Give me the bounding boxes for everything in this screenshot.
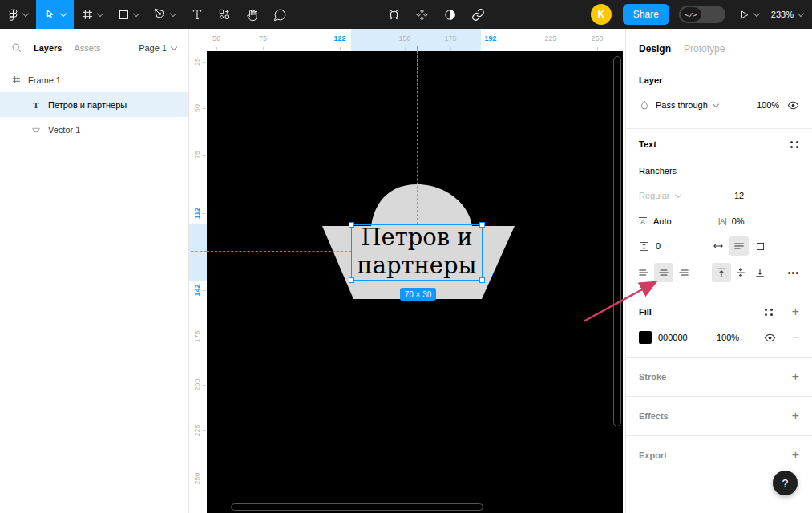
frame-tool-button[interactable] bbox=[74, 0, 111, 29]
fill-styles-icon[interactable] bbox=[765, 309, 774, 316]
line-height-input[interactable]: Auto bbox=[653, 216, 672, 226]
add-stroke-button[interactable]: + bbox=[792, 370, 799, 383]
text-align-middle-button[interactable] bbox=[731, 263, 750, 282]
component-assets-button[interactable] bbox=[408, 0, 436, 29]
chevron-down-icon bbox=[753, 11, 760, 18]
eye-icon[interactable] bbox=[787, 99, 799, 111]
resize-auto-height-button[interactable] bbox=[729, 236, 749, 256]
toolbar: K Share </> 233% bbox=[0, 0, 812, 29]
text-icon bbox=[191, 8, 204, 21]
font-family-select[interactable]: Ranchers bbox=[639, 166, 677, 176]
ruler-tick bbox=[203, 385, 206, 386]
fill-opacity-input[interactable]: 100% bbox=[717, 333, 739, 342]
tab-assets[interactable]: Assets bbox=[74, 43, 100, 53]
ruler-tick bbox=[405, 47, 406, 50]
hand-tool-button[interactable] bbox=[238, 0, 266, 29]
remove-fill-button[interactable]: − bbox=[792, 331, 799, 344]
fill-section-title: Fill + bbox=[639, 305, 799, 319]
ruler-tick bbox=[551, 47, 551, 50]
comment-tool-button[interactable] bbox=[266, 0, 294, 29]
layer-row-vector-1[interactable]: Vector 1 bbox=[0, 117, 188, 142]
vertical-scrollbar[interactable] bbox=[613, 56, 621, 426]
page-selector[interactable]: Page 1 bbox=[139, 43, 177, 53]
divider bbox=[626, 396, 812, 397]
text-align-right-button[interactable] bbox=[674, 263, 693, 282]
frame-1-canvas[interactable]: Петров и партнеры 70 × 30 bbox=[207, 51, 623, 513]
resize-auto-width-button[interactable] bbox=[709, 236, 728, 256]
shape-tool-button[interactable] bbox=[111, 0, 147, 29]
resources-icon bbox=[218, 8, 231, 21]
ruler-left: 255075112142175200225250 bbox=[189, 51, 207, 513]
selection-handle-ne[interactable] bbox=[479, 222, 485, 228]
layer-opacity-input[interactable]: 100% bbox=[757, 100, 779, 110]
line-height-icon: A bbox=[639, 217, 647, 226]
canvas-area[interactable]: Петров и партнеры 70 × 30 50751221501751… bbox=[189, 29, 625, 513]
font-weight-select[interactable]: Regular bbox=[639, 191, 670, 200]
zoom-menu[interactable]: 233% bbox=[771, 10, 804, 19]
text-align-center-button[interactable] bbox=[654, 263, 673, 282]
text-align-left-button[interactable] bbox=[634, 263, 653, 282]
fill-hex-input[interactable]: 000000 bbox=[658, 333, 688, 342]
comment-icon bbox=[273, 8, 287, 22]
tab-design[interactable]: Design bbox=[639, 43, 671, 55]
text-align-bottom-button[interactable] bbox=[750, 263, 770, 282]
vector-layer-icon bbox=[30, 125, 42, 135]
paragraph-spacing-input[interactable]: 0 bbox=[656, 241, 661, 251]
share-button[interactable]: Share bbox=[623, 4, 669, 25]
divider bbox=[626, 297, 812, 297]
main-menu-button[interactable] bbox=[0, 0, 36, 29]
ruler-label: 175 bbox=[192, 329, 202, 345]
eye-icon[interactable] bbox=[764, 332, 776, 344]
text-styles-icon[interactable] bbox=[790, 141, 799, 148]
add-effect-button[interactable]: + bbox=[792, 410, 799, 422]
selection-handle-sw[interactable] bbox=[349, 277, 354, 283]
selection-handle-se[interactable] bbox=[479, 277, 485, 283]
alignment-row: ••• bbox=[639, 264, 799, 281]
panel-tabs: Design Prototype bbox=[639, 42, 799, 56]
divider bbox=[626, 128, 812, 129]
layer-name: Петров и партнеры bbox=[48, 100, 127, 110]
dev-mode-icon: </> bbox=[681, 7, 701, 22]
text-align-top-button[interactable] bbox=[712, 263, 731, 282]
font-family-row: Ranchers bbox=[639, 164, 799, 178]
create-link-button[interactable] bbox=[464, 0, 492, 29]
vector-1-shape[interactable] bbox=[207, 51, 623, 513]
ruler-tick bbox=[203, 290, 206, 291]
selection-handle-nw[interactable] bbox=[349, 222, 354, 228]
resize-fixed-size-button[interactable] bbox=[750, 236, 770, 256]
letter-spacing-input[interactable]: 0% bbox=[732, 216, 745, 226]
add-fill-button[interactable]: + bbox=[792, 305, 799, 318]
help-button[interactable]: ? bbox=[773, 471, 798, 495]
add-export-button[interactable]: + bbox=[792, 449, 799, 462]
edit-object-button[interactable] bbox=[380, 0, 408, 29]
layers-panel: Layers Assets Page 1 Frame 1 T Петров и … bbox=[0, 29, 189, 513]
ruler-label: 142 bbox=[192, 282, 202, 298]
selection-box[interactable] bbox=[351, 224, 483, 281]
horizontal-scrollbar[interactable] bbox=[231, 503, 483, 511]
present-button[interactable] bbox=[738, 9, 760, 21]
layer-row-frame-1[interactable]: Frame 1 bbox=[0, 67, 188, 92]
fill-color-swatch[interactable] bbox=[639, 331, 652, 344]
chevron-down-icon[interactable] bbox=[713, 102, 719, 108]
dev-mode-toggle[interactable]: </> bbox=[679, 6, 725, 23]
blend-mode-select[interactable]: Pass through bbox=[656, 100, 708, 110]
chevron-down-icon[interactable] bbox=[675, 192, 681, 199]
resources-tool-button[interactable] bbox=[211, 0, 238, 29]
layer-row-text-selected[interactable]: T Петров и партнеры bbox=[0, 92, 188, 117]
ruler-label: 192 bbox=[484, 34, 496, 42]
properties-panel: Design Prototype Layer Pass through 100%… bbox=[625, 29, 812, 513]
search-icon[interactable] bbox=[11, 42, 22, 53]
move-tool-button[interactable] bbox=[36, 0, 74, 29]
type-details-button[interactable]: ••• bbox=[787, 268, 799, 277]
use-as-mask-button[interactable] bbox=[436, 0, 464, 29]
pen-tool-button[interactable] bbox=[147, 0, 184, 29]
tab-prototype[interactable]: Prototype bbox=[684, 43, 725, 55]
tab-layers[interactable]: Layers bbox=[34, 43, 62, 53]
blend-mode-icon bbox=[639, 99, 650, 111]
ruler-label: 150 bbox=[398, 34, 410, 42]
pen-icon bbox=[154, 8, 167, 21]
font-size-input[interactable]: 12 bbox=[734, 191, 744, 200]
text-tool-button[interactable] bbox=[184, 0, 211, 29]
avatar[interactable]: K bbox=[591, 4, 612, 25]
text-section-title: Text bbox=[639, 137, 799, 151]
